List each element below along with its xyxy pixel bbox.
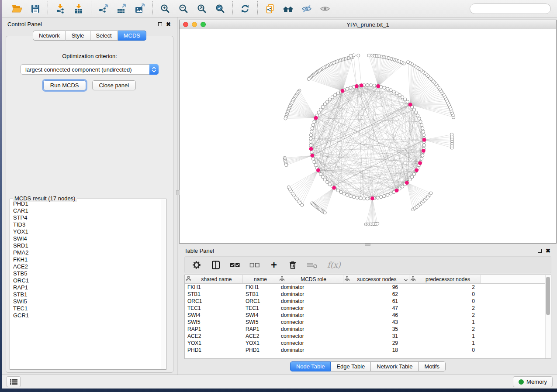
table-cell[interactable]: STB1	[243, 291, 278, 298]
panel-list-button[interactable]	[7, 376, 21, 387]
import-table-icon[interactable]	[72, 2, 85, 15]
table-cell[interactable]: 2	[409, 305, 481, 312]
table-row[interactable]: YOX1YOX1connector291	[185, 340, 551, 347]
tab-network[interactable]: Network	[33, 31, 66, 41]
result-list-item[interactable]: GCR1	[10, 312, 160, 319]
table-cell[interactable]: 47	[343, 305, 409, 312]
table-row[interactable]: STB1STB1dominator620	[185, 291, 551, 298]
network-graph[interactable]	[180, 29, 556, 243]
toggle-columns-icon[interactable]	[211, 260, 221, 270]
table-cell[interactable]: 43	[343, 319, 409, 326]
table-cell[interactable]: 2	[409, 312, 481, 319]
export-network-icon[interactable]	[97, 2, 110, 15]
column-header-MCDS-role[interactable]: MCDS role	[278, 275, 343, 283]
splitter-grip[interactable]	[365, 244, 370, 246]
table-cell[interactable]: PHD1	[185, 347, 243, 354]
float-panel-icon[interactable]	[538, 249, 542, 253]
table-cell[interactable]: 1	[409, 333, 481, 340]
network-titlebar[interactable]: YPA_prune.txt_1	[180, 20, 556, 29]
column-header-successor-nodes[interactable]: successor nodes	[343, 275, 409, 283]
table-cell[interactable]: ORC1	[185, 298, 243, 305]
result-list-item[interactable]: YOX1	[10, 228, 160, 235]
table-row[interactable]: SWI5SWI5connector431	[185, 319, 551, 326]
table-cell[interactable]: 35	[343, 326, 409, 333]
zoom-out-icon[interactable]	[177, 2, 190, 15]
table-cell[interactable]: 0	[409, 347, 481, 354]
vertical-splitter[interactable]	[177, 17, 178, 375]
table-cell[interactable]: SWI5	[185, 319, 243, 326]
column-header-predecessor-nodes[interactable]: predecessor nodes	[409, 275, 481, 283]
search-input[interactable]	[477, 5, 555, 12]
result-list-item[interactable]: TID3	[10, 221, 160, 228]
result-list-scrollbar[interactable]	[161, 199, 166, 369]
table-cell[interactable]: 2	[409, 284, 481, 291]
table-cell[interactable]: connector	[278, 340, 343, 347]
table-row[interactable]: ORC1ORC1dominator610	[185, 298, 551, 305]
close-panel-icon[interactable]: ✖	[546, 249, 550, 253]
result-list-item[interactable]: FKH1	[10, 256, 160, 263]
run-mcds-button[interactable]: Run MCDS	[43, 80, 86, 90]
network-canvas[interactable]	[180, 29, 556, 243]
sort-icon[interactable]	[404, 276, 408, 282]
table-row[interactable]: SWI4SWI4dominator462	[185, 312, 551, 319]
table-cell[interactable]: STB1	[185, 291, 243, 298]
zoom-in-icon[interactable]	[159, 2, 172, 15]
settings-gear-icon[interactable]	[191, 260, 202, 270]
tab-node-table[interactable]: Node Table	[290, 361, 331, 371]
table-cell[interactable]: connector	[278, 333, 343, 340]
tab-motifs[interactable]: Motifs	[419, 361, 446, 371]
open-file-icon[interactable]	[10, 2, 24, 15]
table-cell[interactable]: dominator	[278, 312, 343, 319]
table-cell[interactable]: 0	[409, 291, 481, 298]
splitter-grip[interactable]	[176, 190, 180, 195]
memory-button[interactable]: Memory	[513, 376, 553, 387]
table-cell[interactable]: SWI4	[185, 312, 243, 319]
table-cell[interactable]: ORC1	[243, 298, 278, 305]
tab-style[interactable]: Style	[66, 31, 90, 41]
first-neighbors-icon[interactable]	[282, 2, 295, 15]
table-cell[interactable]: FKH1	[243, 284, 278, 291]
delete-column-icon[interactable]	[288, 260, 298, 270]
result-list-item[interactable]: STB1	[10, 291, 160, 298]
window-close-icon[interactable]	[183, 22, 188, 27]
result-list-item[interactable]: SWI5	[10, 298, 160, 305]
result-list-item[interactable]: ORC1	[10, 277, 160, 284]
export-table-icon[interactable]	[115, 2, 128, 15]
window-minimize-icon[interactable]	[192, 22, 197, 27]
export-image-icon[interactable]	[134, 2, 147, 15]
result-list-item[interactable]: CAR1	[10, 207, 160, 214]
add-column-icon[interactable]: +	[269, 260, 279, 270]
close-panel-icon[interactable]: ✖	[166, 22, 171, 27]
mcds-result-list[interactable]: PHD1CAR1STP4TID3YOX1SWI4SRD1PMA2FKH1ACE2…	[10, 200, 160, 369]
result-list-item[interactable]: PMA2	[10, 249, 160, 256]
horizontal-splitter[interactable]	[179, 244, 557, 246]
search-field[interactable]	[470, 3, 551, 14]
close-panel-button[interactable]: Close panel	[92, 80, 136, 90]
scrollbar-thumb[interactable]	[546, 277, 550, 315]
result-list-item[interactable]: STP4	[10, 214, 160, 221]
result-list-item[interactable]: TEC1	[10, 305, 160, 312]
table-cell[interactable]: 2	[409, 326, 481, 333]
result-list-item[interactable]: RAP1	[10, 284, 160, 291]
table-cell[interactable]: SWI4	[243, 312, 278, 319]
window-maximize-icon[interactable]	[201, 22, 206, 27]
table-cell[interactable]: 18	[343, 347, 409, 354]
result-list-item[interactable]: PHD1	[10, 200, 160, 207]
save-session-icon[interactable]	[29, 2, 42, 15]
zoom-fit-icon[interactable]	[195, 2, 208, 15]
table-row[interactable]: RAP1RAP1dominator352	[185, 326, 551, 333]
float-panel-icon[interactable]	[158, 22, 162, 26]
table-cell[interactable]: 1	[409, 319, 481, 326]
table-cell[interactable]: TEC1	[243, 305, 278, 312]
table-cell[interactable]: YOX1	[243, 340, 278, 347]
table-cell[interactable]: PHD1	[243, 347, 278, 354]
function-builder-icon[interactable]: f(x)	[327, 260, 341, 270]
table-cell[interactable]: RAP1	[185, 326, 243, 333]
result-list-item[interactable]: SRD1	[10, 242, 160, 249]
column-header-name[interactable]: name	[243, 275, 278, 283]
optimization-select[interactable]: largest connected component (undirected)	[21, 64, 159, 75]
select-all-icon[interactable]	[230, 260, 240, 270]
table-cell[interactable]: 61	[343, 298, 409, 305]
table-cell[interactable]: RAP1	[243, 326, 278, 333]
table-cell[interactable]: dominator	[278, 326, 343, 333]
